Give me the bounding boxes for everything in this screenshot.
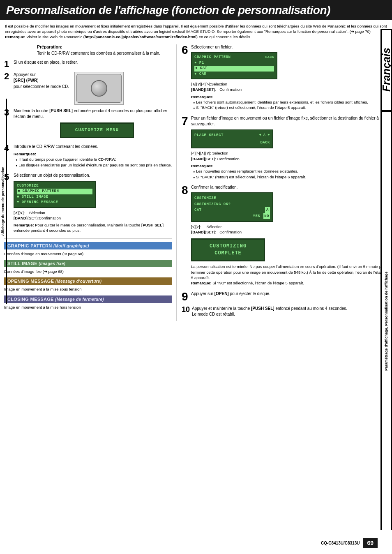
left-sidebar: Affichage du menu de personnalisation [0, 99, 9, 304]
step-6-content: Sélectionner un fichier. GRAPHIC PATTERN… [191, 44, 388, 112]
step-7-number: 7 [182, 115, 189, 127]
still-image-header: STILL IMAGE (Images fixe) [4, 260, 172, 267]
ok-item-row: CAT A [194, 207, 270, 213]
step-3-content: Maintenir la touche [PUSH SEL] enfoncée … [14, 108, 172, 141]
prep-text: Tenir le CD-R/RW contenant les données à… [37, 51, 172, 56]
note-item: Les fichiers sont automatiquement identi… [193, 99, 388, 105]
step-7-content: Pour un fichier d'image en mouvement ou … [191, 115, 388, 181]
step-4: 4 Introduire le CD-R/RW contenant les do… [4, 144, 172, 169]
step-5-content: Sélectionner un objet de personnalisatio… [14, 173, 172, 235]
ok-title-row: CUSTOMIZE [194, 195, 270, 201]
lcd-row-cat: ● CAT [194, 66, 274, 72]
opening-message-header: OPENING MESSAGE (Message d'ouverture) [4, 277, 172, 285]
francais-label: Français [380, 29, 392, 111]
graphic-pattern-header: GRAPHIC PATTERN (Motif graphique) [4, 242, 172, 249]
step-2-content: Appuyer sur [SRC] (PWR) pour sélectionne… [14, 72, 172, 105]
model-text: CQ-C8413U/C8313U [321, 541, 360, 545]
graphic-pattern-desc: Données d'image en mouvement (➔ page 68) [4, 251, 172, 256]
step-10-number: 10 [182, 306, 190, 313]
step-9: 9 Appuyer sur [OPEN] pour éjecter le dis… [182, 291, 388, 302]
page-footer: CQ-C8413U/C8313U 69 [321, 538, 378, 548]
device-image [74, 72, 124, 105]
device-knob [91, 80, 107, 97]
affichage-label: Affichage du menu de personnalisation [0, 99, 7, 304]
step5-remark: Remarque: Pour quitter le menu de person… [14, 222, 172, 233]
step-10-content: Appuyer et maintenire la touche [PUSH SE… [192, 306, 388, 318]
intro-section: Il est possible de modifier les images e… [0, 23, 392, 44]
right-column: 6 Sélectionner un fichier. GRAPHIC PATTE… [177, 44, 388, 321]
page-header: Personnalisation de l'affichage (fonctio… [0, 0, 392, 20]
note-item: Il faut du temps pour que l'appareil ide… [16, 157, 172, 162]
complete-line2: COMPLETE [198, 250, 258, 257]
device-inner [76, 74, 122, 103]
completion-text: La personnalisation est terminée. Ne pas… [191, 264, 388, 286]
place-select-screen: PLACE SELECT ◄ A ► BACK [191, 129, 273, 149]
page-wrapper: Personnalisation de l'affichage (fonctio… [0, 0, 392, 554]
page-title: Personnalisation de l'affichage (fonctio… [6, 4, 386, 17]
ok-question-row: CUSTOMIZING OK? [194, 201, 270, 207]
step5-lcd: CUSTOMIZE ■ GRAPHIC PATTERN ■ STILL IMAG… [14, 181, 96, 208]
note-item: Les disques enregistrés par un logiciel … [16, 162, 172, 168]
step6-lcd: GRAPHIC PATTERN BACK ● F1 ● CAT ▼ CAR [191, 52, 277, 79]
step-9-number: 9 [182, 291, 189, 302]
preparation-section: Préparation: Tenir le CD-R/RW contenant … [4, 44, 172, 56]
step-2: 2 Appuyer sur [SRC] (PWR) pour sélection… [4, 72, 172, 105]
step-7: 7 Pour un fichier d'image en mouvement o… [182, 115, 388, 181]
step-8: 8 Confirmer la modification. CUSTOMIZE C… [182, 185, 388, 288]
customize-menu-screen: CUSTOMIZE MENU [60, 122, 134, 138]
step-5: 5 Sélectionner un objet de personnalisat… [4, 173, 172, 235]
main-content: Préparation: Tenir le CD-R/RW contenant … [0, 44, 392, 321]
lcd-row-still: ■ STILL IMAGE [17, 194, 92, 200]
lcd-row-car: ▼ CAR [194, 72, 274, 77]
ok-buttons-row: YES NO [194, 213, 270, 219]
note-item: Si "BACK" (retour) est sélectionné, l'éc… [193, 174, 388, 180]
step-4-notes: Remarques: Il faut du temps pour que l'a… [14, 151, 172, 168]
step8-controls: [<][>]: Sélection [BAND](SET): Confirmat… [191, 224, 388, 235]
lcd-row-title: CUSTOMIZE [17, 183, 92, 189]
step-8-content: Confirmer la modification. CUSTOMIZE CUS… [191, 185, 388, 288]
lcd-row-opening: ▼ OPENING MESSAGE [17, 200, 92, 205]
step-9-content: Appuyer sur [OPEN] pour éjecter le disqu… [191, 291, 388, 297]
step-3: 3 Maintenir la touche [PUSH SEL] enfoncé… [4, 108, 172, 141]
closing-message-header: CLOSING MESSAGE (Message de fermeture) [4, 295, 172, 303]
left-column: Préparation: Tenir le CD-R/RW contenant … [4, 44, 177, 321]
intro-text: Il est possible de modifier les images e… [4, 23, 388, 40]
step-10: 10 Appuyer et maintenire la touche [PUSH… [182, 306, 388, 318]
note-item: Les nouvelles données remplacent les don… [193, 169, 388, 174]
remark-label: Remarque: [5, 35, 25, 39]
url-link: http://panasonic.co.jp/pas/en/software/c… [85, 35, 196, 39]
step7-controls: [<][>][∧][∨]: Sélection [BAND](SET): Con… [191, 150, 388, 162]
step-4-content: Introduire le CD-R/RW contenant les donn… [14, 144, 172, 169]
step6-controls: [∧][∨][<][>]:Sélection [BAND](SET): Conf… [191, 81, 388, 92]
opening-message-desc: Image en mouvement à la mise sous tensio… [4, 286, 172, 292]
closing-message-desc: Image en mouvement à la mise hors tensio… [4, 305, 172, 310]
step-2-number: 2 [4, 72, 12, 81]
divider-1 [4, 238, 172, 239]
lcd-row-f1: ● F1 [194, 60, 274, 66]
step-6: 6 Sélectionner un fichier. GRAPHIC PATTE… [182, 44, 388, 112]
right-sidebar: Français Paramétrage d'affichage, Person… [380, 29, 392, 530]
page-number: 69 [363, 538, 378, 548]
complete-line1: CUSTOMIZING [198, 243, 258, 250]
step6-notes: Remarques: Les fichiers sont automatique… [191, 94, 388, 111]
step-1: 1 Si un disque est en place, le retirer. [4, 60, 172, 69]
customizing-complete-screen: CUSTOMIZING COMPLETE [191, 238, 265, 262]
note-item: Si "BACK" (retour) est sélectionné, l'éc… [193, 105, 388, 110]
step-1-content: Si un disque est en place, le retirer. [14, 60, 172, 66]
step-8-number: 8 [182, 185, 189, 196]
param-label: Paramétrage d'affichage, Personnalisatio… [380, 111, 392, 530]
prep-title: Préparation: [37, 44, 172, 49]
lcd-row-gp-title: GRAPHIC PATTERN BACK [194, 55, 274, 60]
still-image-desc: Données d'image fixe (➔ page 68) [4, 269, 172, 274]
lcd-row-graphic: ■ GRAPHIC PATTERN [17, 189, 92, 194]
step-1-number: 1 [4, 60, 12, 69]
step-6-number: 6 [182, 44, 189, 56]
step5-controls: [∧][∨]: Sélection [BAND](SET):Confirmati… [14, 210, 172, 221]
place-back-row: BACK [194, 138, 270, 145]
step7-notes: Remarques: Les nouvelles données remplac… [191, 163, 388, 180]
place-title-row: PLACE SELECT ◄ A ► [194, 132, 270, 138]
customize-ok-screen: CUSTOMIZE CUSTOMIZING OK? CAT A YES NO [191, 192, 273, 222]
